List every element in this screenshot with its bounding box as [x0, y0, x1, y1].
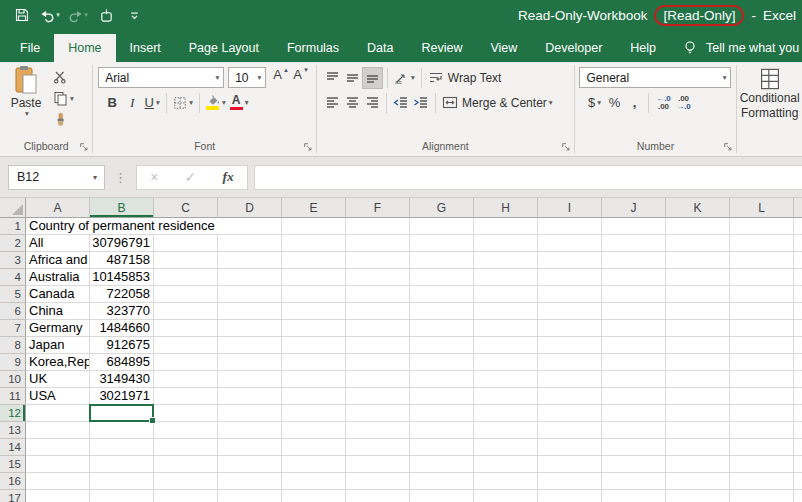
cell-E12[interactable]	[282, 405, 346, 422]
cell-G1[interactable]	[410, 218, 474, 235]
cell-H6[interactable]	[474, 303, 538, 320]
underline-button[interactable]: U▾	[142, 92, 162, 114]
cell-A12[interactable]	[26, 405, 90, 422]
cell-F5[interactable]	[346, 286, 410, 303]
cell-H5[interactable]	[474, 286, 538, 303]
cell-G16[interactable]	[410, 473, 474, 490]
cell-D17[interactable]	[218, 490, 282, 502]
cell-D13[interactable]	[218, 422, 282, 439]
font-size-combo[interactable]: 10 ▾	[228, 67, 266, 88]
cell-D16[interactable]	[218, 473, 282, 490]
cell-M3[interactable]	[794, 252, 802, 269]
align-right-button[interactable]	[362, 92, 382, 114]
cell-J16[interactable]	[602, 473, 666, 490]
cell-M14[interactable]	[794, 439, 802, 456]
comma-style-button[interactable]: ,	[624, 92, 644, 114]
cell-G17[interactable]	[410, 490, 474, 502]
cell-L11[interactable]	[730, 388, 794, 405]
row-header-11[interactable]: 11	[0, 388, 26, 405]
wrap-text-button[interactable]: Wrap Text	[426, 67, 504, 89]
decrease-decimal-button[interactable]: .00 →.0	[673, 92, 693, 114]
undo-button[interactable]: ▾	[38, 2, 62, 28]
borders-button[interactable]: ▾	[171, 92, 195, 114]
cut-button[interactable]	[51, 66, 76, 87]
cell-E13[interactable]	[282, 422, 346, 439]
cell-J11[interactable]	[602, 388, 666, 405]
cell-J2[interactable]	[602, 235, 666, 252]
row-header-3[interactable]: 3	[0, 252, 26, 269]
cell-A6[interactable]: China	[26, 303, 90, 320]
cell-G2[interactable]	[410, 235, 474, 252]
cell-H4[interactable]	[474, 269, 538, 286]
cell-L6[interactable]	[730, 303, 794, 320]
cell-C15[interactable]	[154, 456, 218, 473]
cell-E1[interactable]	[282, 218, 346, 235]
copy-button[interactable]: ▾	[51, 88, 76, 109]
tab-view[interactable]: View	[476, 34, 531, 62]
font-name-combo[interactable]: Arial ▾	[98, 67, 224, 88]
cell-A11[interactable]: USA	[26, 388, 90, 405]
cell-F6[interactable]	[346, 303, 410, 320]
cell-G3[interactable]	[410, 252, 474, 269]
cell-K1[interactable]	[666, 218, 730, 235]
name-box-dropdown-icon[interactable]: ▾	[86, 173, 104, 182]
paste-dropdown-icon[interactable]: ▾	[25, 109, 29, 118]
row-header-1[interactable]: 1	[0, 218, 26, 235]
cell-J3[interactable]	[602, 252, 666, 269]
row-header-8[interactable]: 8	[0, 337, 26, 354]
cell-I3[interactable]	[538, 252, 602, 269]
cell-J15[interactable]	[602, 456, 666, 473]
cell-M4[interactable]	[794, 269, 802, 286]
cell-L15[interactable]	[730, 456, 794, 473]
conditional-formatting-button[interactable]: Conditional Formatting	[740, 65, 800, 121]
cell-A17[interactable]	[26, 490, 90, 502]
cell-G15[interactable]	[410, 456, 474, 473]
cell-G9[interactable]	[410, 354, 474, 371]
column-header-I[interactable]: I	[538, 198, 602, 218]
cell-K11[interactable]	[666, 388, 730, 405]
font-color-button[interactable]: A ▾	[228, 92, 251, 114]
cell-B15[interactable]	[90, 456, 154, 473]
align-top-button[interactable]	[322, 67, 342, 89]
row-header-13[interactable]: 13	[0, 422, 26, 439]
cell-H1[interactable]	[474, 218, 538, 235]
cell-A9[interactable]: Korea,Rep	[26, 354, 90, 371]
cell-H14[interactable]	[474, 439, 538, 456]
row-header-7[interactable]: 7	[0, 320, 26, 337]
cell-L8[interactable]	[730, 337, 794, 354]
row-header-6[interactable]: 6	[0, 303, 26, 320]
cell-A14[interactable]	[26, 439, 90, 456]
number-format-combo[interactable]: General ▾	[579, 67, 731, 88]
touch-mouse-mode-button[interactable]	[94, 2, 118, 28]
cell-L1[interactable]	[730, 218, 794, 235]
cell-K7[interactable]	[666, 320, 730, 337]
redo-dropdown-icon[interactable]: ▾	[84, 11, 88, 19]
cell-C9[interactable]	[154, 354, 218, 371]
cell-E16[interactable]	[282, 473, 346, 490]
column-header-A[interactable]: A	[26, 198, 90, 218]
cell-I5[interactable]	[538, 286, 602, 303]
cell-D4[interactable]	[218, 269, 282, 286]
cell-I13[interactable]	[538, 422, 602, 439]
cell-G8[interactable]	[410, 337, 474, 354]
percent-style-button[interactable]: %	[604, 92, 624, 114]
italic-button[interactable]: I	[122, 92, 142, 114]
cell-M7[interactable]	[794, 320, 802, 337]
cell-M12[interactable]	[794, 405, 802, 422]
cell-L17[interactable]	[730, 490, 794, 502]
cell-F17[interactable]	[346, 490, 410, 502]
cell-L4[interactable]	[730, 269, 794, 286]
cell-F1[interactable]	[346, 218, 410, 235]
cell-F4[interactable]	[346, 269, 410, 286]
cell-D15[interactable]	[218, 456, 282, 473]
merge-center-button[interactable]: Merge & Center ▾	[440, 92, 554, 114]
row-header-14[interactable]: 14	[0, 439, 26, 456]
cell-B8[interactable]: 912675	[90, 337, 154, 354]
row-header-10[interactable]: 10	[0, 371, 26, 388]
align-center-button[interactable]	[342, 92, 362, 114]
insert-function-icon[interactable]: fx	[223, 169, 234, 185]
cell-L3[interactable]	[730, 252, 794, 269]
font-dialog-launcher-icon[interactable]	[303, 142, 313, 152]
cell-F9[interactable]	[346, 354, 410, 371]
cell-C16[interactable]	[154, 473, 218, 490]
